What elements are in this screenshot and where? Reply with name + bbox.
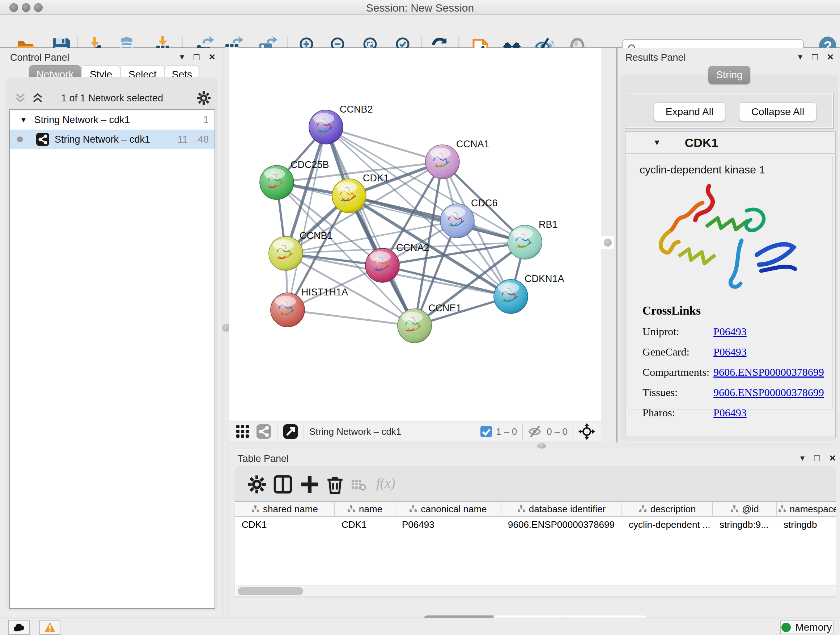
current-network-name: String Network – cdk1 [309,426,401,437]
column-header--id[interactable]: @id [713,502,777,516]
network-list-toolbar: 1 of 1 Network selected [6,89,218,107]
crosslink-label: GeneCard: [643,346,714,358]
float-panel-icon[interactable]: ▾ [800,453,805,463]
maximize-panel-icon[interactable]: □ [812,51,818,63]
toolbar-separator [277,424,278,440]
expand-all-button[interactable]: Expand All [654,103,725,121]
bottom-splitter-handle[interactable] [537,443,546,448]
protein-description: cyclin-dependent kinase 1 [639,164,765,176]
right-splitter-handle[interactable] [601,236,614,249]
crosslink-row: Uniprot: P06493 [643,325,824,338]
expand-collapse-box: Expand All Collapse All [625,93,834,129]
warning-icon [44,622,56,633]
crosslink-link[interactable]: P06493 [714,325,747,338]
network-view-toolbar: String Network – cdk1 1 – 0 0 – 0 [229,421,601,442]
column-type-icon [778,505,786,513]
open-in-new-window-icon[interactable] [283,424,298,440]
column-type-icon [409,505,417,513]
table-horizontal-scrollbar[interactable] [236,585,836,597]
svg-text:CDC6: CDC6 [471,198,498,209]
selected-node-edge-counts: 1 – 0 [496,426,517,437]
crosslink-link[interactable]: 9606.ENSP00000378699 [714,386,824,399]
network-collection-row[interactable]: ▼ String Network – cdk1 1 [10,110,215,130]
network-selection-status: 1 of 1 Network selected [6,93,218,104]
protein-structure-image [648,180,807,299]
table-cell[interactable]: stringdb [777,519,836,530]
pan-crosshair-icon[interactable] [578,423,595,440]
collapse-all-button[interactable]: Collapse All [739,103,816,121]
table-panel: Table Panel ▾ □ × [229,449,840,616]
warnings-button[interactable] [39,620,60,635]
crosslink-link[interactable]: P06493 [714,407,747,419]
network-canvas[interactable]: CCNB2CCNA1CDC25BCDK1CDC6RB1CCNB1CCNA2CDK… [229,48,601,421]
crosslink-label: Tissues: [643,386,714,399]
close-panel-icon[interactable]: × [829,452,836,464]
column-type-icon [730,505,738,513]
svg-text:CCNA1: CCNA1 [456,139,489,149]
main-toolbar: ? [0,15,840,48]
svg-text:CCNE1: CCNE1 [428,302,462,314]
node-table[interactable]: shared namenamecanonical namedatabase id… [235,501,836,597]
maximize-panel-icon[interactable]: □ [814,453,820,464]
column-header-name[interactable]: name [335,502,395,516]
right-splitter[interactable] [601,48,616,442]
float-panel-icon[interactable]: ▾ [180,52,184,62]
title-bar: Session: New Session [0,0,840,15]
cloud-status-button[interactable] [8,620,30,635]
column-header-namespace[interactable]: namespace [777,502,836,516]
results-panel-body: String Expand All Collapse All ▼ CDK1 cy… [621,74,838,441]
table-cell[interactable]: stringdb:9... [713,519,777,530]
close-panel-icon[interactable]: × [209,51,215,63]
crosslink-row: Tissues: 9606.ENSP00000378699 [643,386,824,399]
network-tab-body: 1 of 1 Network selected [6,77,218,611]
crosslink-label: Compartments: [643,366,714,378]
crosslink-link[interactable]: P06493 [714,346,747,358]
column-type-icon [347,505,355,513]
network-view-icon[interactable] [256,424,272,440]
column-header-description[interactable]: description [622,502,713,516]
column-type-icon [517,505,525,513]
protein-section-header[interactable]: ▼ CDK1 [625,132,835,154]
svg-text:CDC25B: CDC25B [291,159,329,170]
scrollbar-thumb[interactable] [238,587,303,595]
table-cell[interactable]: P06493 [395,519,501,530]
column-type-icon [251,505,259,513]
table-cell[interactable]: CDK1 [335,519,395,530]
column-header-database-identifier[interactable]: database identifier [501,502,622,516]
section-expander-icon[interactable]: ▼ [653,138,661,147]
create-column-icon[interactable] [300,475,319,494]
table-panel-body: f(x) shared namenamecanonical namedataba… [234,466,836,597]
column-header-canonical-name[interactable]: canonical name [395,502,501,516]
network-node-count: 11 [178,134,188,145]
collection-expander-icon[interactable]: ▼ [20,116,27,124]
node-table-row[interactable]: CDK1CDK1P064939606.ENSP00000378699cyclin… [235,516,836,532]
table-cell[interactable]: cyclin-dependent ... [622,519,713,530]
delete-column-icon[interactable] [325,475,344,494]
network-options-gear-icon[interactable] [196,91,211,105]
table-cell[interactable]: 9606.ENSP00000378699 [501,519,622,530]
table-cell[interactable]: CDK1 [235,519,335,530]
network-row[interactable]: String Network – cdk1 11 48 [10,130,215,149]
column-header-shared-name[interactable]: shared name [235,502,335,516]
string-network-icon [36,133,50,146]
crosslink-link[interactable]: 9606.ENSP00000378699 [714,366,824,378]
show-columns-icon[interactable] [273,475,292,494]
control-panel: Control Panel ▾ □ × Network Style Select… [1,48,223,616]
close-panel-icon[interactable]: × [827,51,834,63]
selected-checkbox-icon[interactable] [480,425,493,438]
table-options-gear-icon[interactable] [248,475,266,494]
network-node-CDKN1A: CDKN1A [494,273,564,314]
float-panel-icon[interactable]: ▾ [798,52,802,62]
hidden-eye-slash-icon[interactable] [528,425,543,438]
network-svg: CCNB2CCNA1CDC25BCDK1CDC6RB1CCNB1CCNA2CDK… [229,48,601,421]
memory-label: Memory [795,622,832,633]
bottom-splitter[interactable] [229,442,840,449]
tab-string[interactable]: String [708,66,750,84]
memory-button[interactable]: Memory [780,621,834,634]
protein-section: ▼ CDK1 cyclin-dependent kinase 1 C [625,131,836,437]
network-node-CCNA1: CCNA1 [425,139,489,179]
svg-text:CCNA2: CCNA2 [396,242,429,253]
left-splitter[interactable] [223,48,229,616]
grid-view-icon[interactable] [235,424,251,440]
maximize-panel-icon[interactable]: □ [194,51,199,63]
